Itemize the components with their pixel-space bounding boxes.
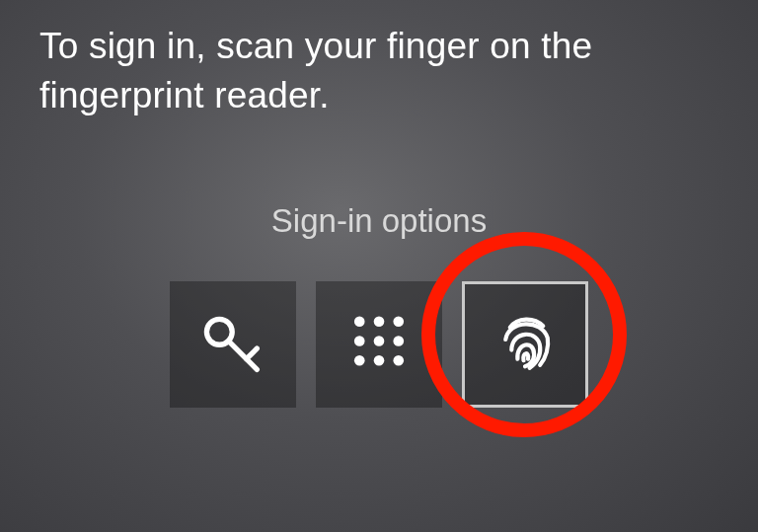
signin-option-password[interactable]: [170, 281, 296, 408]
signin-option-pin[interactable]: [316, 281, 442, 408]
signin-options-label: Sign-in options: [0, 202, 758, 240]
key-icon: [195, 305, 270, 384]
svg-point-7: [374, 336, 385, 346]
svg-point-9: [354, 355, 365, 366]
svg-point-10: [374, 355, 385, 366]
fingerprint-icon: [488, 305, 563, 384]
svg-point-6: [354, 336, 365, 346]
svg-point-3: [354, 316, 365, 327]
svg-line-2: [247, 348, 258, 359]
signin-option-fingerprint[interactable]: [462, 281, 588, 408]
svg-point-5: [393, 316, 404, 327]
keypad-icon: [341, 305, 417, 384]
svg-point-4: [374, 316, 385, 327]
svg-point-11: [393, 355, 404, 366]
signin-instruction-text: To sign in, scan your finger on the fing…: [39, 22, 699, 120]
svg-point-8: [393, 336, 404, 346]
signin-options-row: [0, 281, 758, 408]
